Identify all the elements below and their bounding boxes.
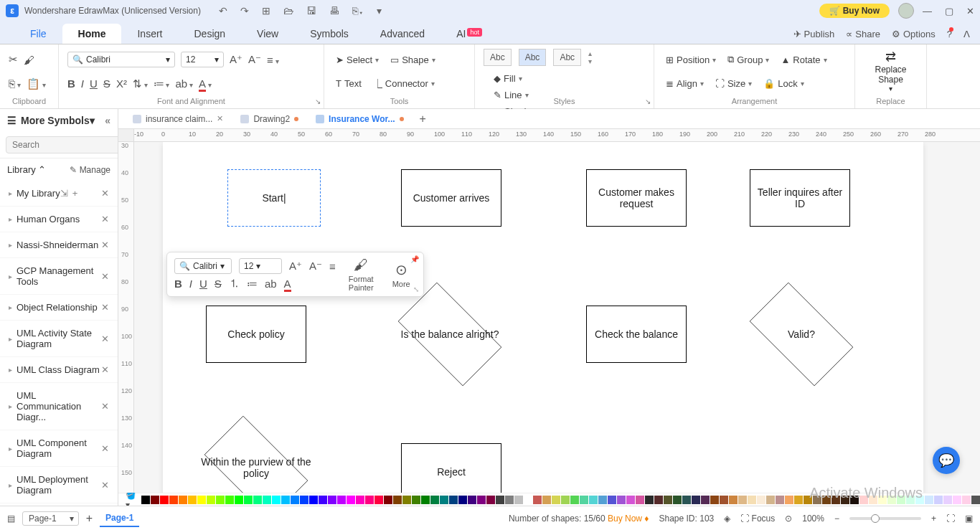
shape-customer-request[interactable]: Customer makes request bbox=[586, 169, 687, 227]
color-swatch[interactable] bbox=[962, 496, 971, 504]
menu-insert[interactable]: Insert bbox=[121, 24, 178, 44]
color-swatch[interactable] bbox=[169, 496, 178, 504]
options-button[interactable]: ⚙ Options bbox=[892, 29, 936, 39]
float-increase-font-icon[interactable]: A⁺ bbox=[289, 260, 302, 273]
color-swatch[interactable] bbox=[673, 496, 682, 504]
minimize-button[interactable]: — bbox=[923, 6, 932, 16]
menu-home[interactable]: Home bbox=[62, 24, 122, 44]
float-numbered-icon[interactable]: ⒈ bbox=[229, 277, 240, 290]
remove-library-icon[interactable]: ✕ bbox=[101, 443, 109, 454]
symbol-search-input[interactable] bbox=[6, 136, 118, 153]
color-swatch[interactable] bbox=[645, 496, 654, 504]
close-tab-icon[interactable]: ✕ bbox=[217, 114, 223, 123]
color-swatch[interactable] bbox=[486, 496, 495, 504]
color-swatch[interactable] bbox=[216, 496, 225, 504]
share-button[interactable]: ∝ Share bbox=[846, 29, 880, 39]
color-swatch[interactable] bbox=[720, 496, 728, 504]
style-gallery-more[interactable]: ▴▾ bbox=[588, 49, 592, 65]
new-tab-button[interactable]: + bbox=[414, 113, 432, 126]
color-swatch[interactable] bbox=[430, 496, 439, 504]
user-avatar[interactable] bbox=[898, 3, 914, 19]
menu-ai[interactable]: AIhot bbox=[440, 24, 498, 44]
help-chat-button[interactable]: 💬 bbox=[933, 447, 960, 474]
color-swatch[interactable] bbox=[710, 496, 719, 504]
manage-library-button[interactable]: ✎ Manage bbox=[70, 165, 110, 175]
color-swatch[interactable] bbox=[141, 496, 150, 504]
bold-icon[interactable]: B bbox=[67, 77, 75, 90]
color-swatch[interactable] bbox=[570, 496, 579, 504]
color-swatch[interactable] bbox=[859, 496, 868, 504]
color-swatch[interactable] bbox=[468, 496, 476, 504]
cut-icon[interactable]: ✂ bbox=[9, 53, 18, 66]
color-swatch[interactable] bbox=[356, 496, 364, 504]
color-swatch[interactable] bbox=[897, 496, 905, 504]
color-swatch[interactable] bbox=[692, 496, 700, 504]
collapse-ribbon-icon[interactable]: ᐱ bbox=[963, 29, 970, 39]
color-swatch[interactable] bbox=[636, 496, 644, 504]
align-button[interactable]: ≣ Align bbox=[663, 77, 707, 90]
buy-now-button[interactable]: 🛒 Buy Now bbox=[819, 4, 890, 18]
publish-button[interactable]: ✈ Publish bbox=[793, 29, 835, 39]
menu-advanced[interactable]: Advanced bbox=[364, 24, 440, 44]
color-swatch[interactable] bbox=[272, 496, 281, 504]
new-icon[interactable]: ⊞ bbox=[262, 5, 270, 16]
open-icon[interactable]: 🗁 bbox=[283, 5, 293, 16]
color-swatch[interactable] bbox=[925, 496, 933, 504]
lock-button[interactable]: 🔒 Lock bbox=[760, 77, 806, 90]
color-swatch[interactable] bbox=[757, 496, 765, 504]
shape-check-policy[interactable]: Check policy bbox=[206, 306, 306, 363]
color-swatch[interactable] bbox=[514, 496, 523, 504]
float-decrease-font-icon[interactable]: A⁻ bbox=[309, 260, 322, 273]
color-swatch[interactable] bbox=[393, 496, 402, 504]
group-button[interactable]: ⧉ Group bbox=[725, 52, 772, 67]
bullets-icon[interactable]: ≔ bbox=[154, 77, 170, 90]
remove-library-icon[interactable]: ✕ bbox=[101, 302, 109, 313]
shape-valid[interactable]: Valid? bbox=[737, 295, 866, 373]
italic-icon[interactable]: I bbox=[81, 77, 84, 90]
library-item[interactable]: ▸UML Communication Diagr...✕ bbox=[0, 383, 118, 430]
color-swatch[interactable] bbox=[850, 496, 859, 504]
style-swatch-1[interactable]: Abc bbox=[484, 49, 512, 66]
library-item[interactable]: ▸My Library⇲+✕ bbox=[0, 181, 118, 207]
increase-font-icon[interactable]: A⁺ bbox=[230, 53, 242, 66]
doc-tab-insurance-claim[interactable]: insurance claim...✕ bbox=[126, 111, 230, 127]
color-swatch[interactable] bbox=[160, 496, 169, 504]
float-align-icon[interactable]: ≡ bbox=[329, 260, 336, 273]
presentation-icon[interactable]: ⊙ bbox=[785, 514, 792, 524]
menu-design[interactable]: Design bbox=[178, 24, 241, 44]
redo-icon[interactable]: ↷ bbox=[240, 5, 249, 16]
color-swatch[interactable] bbox=[580, 496, 588, 504]
color-swatch[interactable] bbox=[831, 496, 840, 504]
color-swatch[interactable] bbox=[869, 496, 877, 504]
color-swatch[interactable] bbox=[309, 496, 318, 504]
color-swatch[interactable] bbox=[253, 496, 262, 504]
shape-check-balance[interactable]: Check the balance bbox=[586, 306, 687, 363]
layers-icon[interactable]: ◈ bbox=[724, 514, 730, 524]
color-swatch[interactable] bbox=[664, 496, 672, 504]
font-size-select[interactable]: 12▾ bbox=[181, 52, 224, 67]
color-swatch[interactable] bbox=[934, 496, 943, 504]
color-swatch[interactable] bbox=[524, 496, 532, 504]
float-size-select[interactable]: 12 ▾ bbox=[239, 258, 282, 274]
float-font-color-icon[interactable]: A bbox=[284, 278, 291, 290]
color-swatch[interactable] bbox=[729, 496, 738, 504]
color-swatch[interactable] bbox=[449, 496, 458, 504]
doc-tab-drawing2[interactable]: Drawing2 bbox=[233, 111, 306, 127]
color-swatch[interactable] bbox=[319, 496, 327, 504]
zoom-out-button[interactable]: − bbox=[834, 514, 839, 524]
float-underline-icon[interactable]: U bbox=[199, 278, 207, 290]
zoom-slider[interactable] bbox=[849, 517, 921, 520]
color-swatch[interactable] bbox=[794, 496, 803, 504]
color-swatch[interactable] bbox=[281, 496, 290, 504]
color-swatch[interactable] bbox=[841, 496, 849, 504]
color-swatch[interactable] bbox=[412, 496, 420, 504]
size-button[interactable]: ⛶ Size bbox=[712, 77, 755, 90]
float-bullets-icon[interactable]: ≔ bbox=[247, 278, 258, 290]
color-swatch[interactable] bbox=[785, 496, 793, 504]
library-item[interactable]: ▸UML Activity State Diagram✕ bbox=[0, 321, 118, 357]
connector-tool[interactable]: ⎿ Connector bbox=[370, 77, 438, 90]
font-launcher-icon[interactable]: ↘ bbox=[315, 98, 321, 105]
color-swatch[interactable] bbox=[701, 496, 710, 504]
color-swatch[interactable] bbox=[598, 496, 607, 504]
remove-library-icon[interactable]: ✕ bbox=[101, 240, 109, 250]
